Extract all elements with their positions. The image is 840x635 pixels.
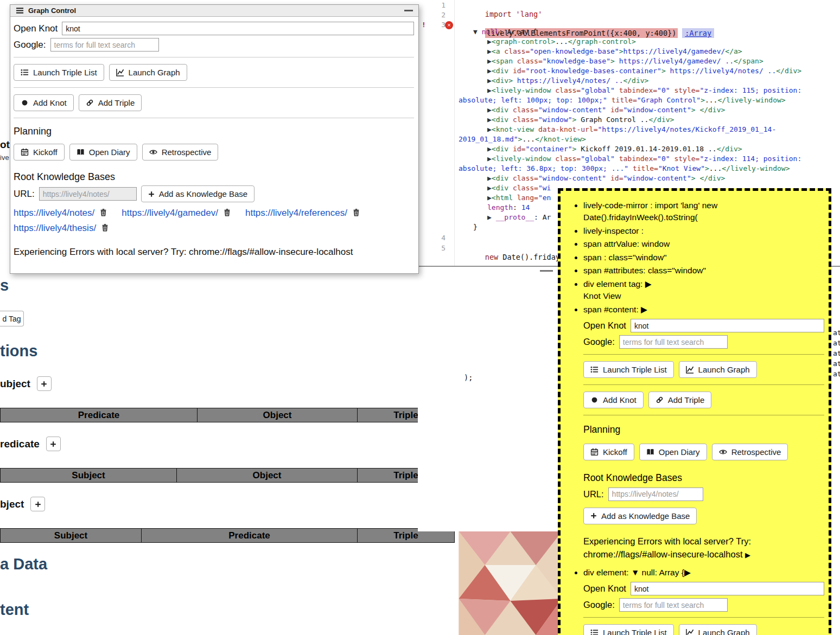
inspector-line[interactable]: ▼ null: Array { (459, 27, 840, 37)
retrospective-button[interactable]: Retrospective (712, 444, 788, 460)
kb-url-input[interactable] (608, 488, 703, 501)
open-diary-button[interactable]: Open Diary (639, 444, 707, 460)
kb-url-input[interactable] (39, 187, 137, 201)
embedded-graph-control: Open Knot Google: Launch Triple List Lau… (583, 582, 824, 635)
minimize-button[interactable] (540, 270, 553, 272)
text-fragment: at (833, 370, 840, 378)
trash-icon (223, 208, 231, 216)
code-line[interactable]: ); (464, 373, 473, 382)
delete-kb-button[interactable] (352, 208, 360, 218)
kb-link[interactable]: https://lively4/notes/ (14, 208, 94, 219)
delete-kb-button[interactable] (99, 208, 107, 218)
knowledge-base-item: https://lively4/thesis/ (14, 223, 109, 234)
triple-table: Predicate Object Triple (0, 408, 455, 422)
inspector-line[interactable]: ▶<div> https://lively4/notes/ ..</div> (459, 76, 840, 86)
inspector-line[interactable]: absolute; left: 100px; top: 100px;" titl… (459, 95, 840, 105)
add-knowledge-base-button[interactable]: Add as Knowledge Base (141, 185, 254, 202)
open-knot-label: Open Knot (583, 319, 626, 332)
launch-graph-button[interactable]: Launch Graph (679, 624, 757, 635)
list-icon (590, 365, 599, 374)
separator (583, 354, 824, 355)
kickoff-button[interactable]: Kickoff (14, 144, 65, 161)
launch-triple-list-button[interactable]: Launch Triple List (583, 624, 674, 635)
launch-triple-list-button[interactable]: Launch Triple List (14, 64, 104, 81)
table-header: Subject (1, 529, 142, 543)
delete-kb-button[interactable] (223, 208, 231, 218)
heading-fragment: tent (0, 601, 29, 619)
inspector-line[interactable]: 2019_01_18.md">...</knot-view> (459, 134, 840, 144)
localhost-error-hint: Experiencing Errors with local server? T… (583, 535, 824, 561)
delete-kb-button[interactable] (101, 223, 109, 233)
desktop-image (459, 531, 562, 635)
inspector-line[interactable]: ▶<graph-control>...</graph-control> (459, 37, 840, 47)
kb-link[interactable]: https://lively4/references/ (245, 208, 347, 219)
rkb-heading: Root Knowledge Bases (583, 471, 824, 485)
launch-graph-button[interactable]: Launch Graph (679, 361, 757, 378)
triangle-mosaic (459, 531, 562, 635)
knot-dot-icon (21, 99, 29, 107)
open-diary-button[interactable]: Open Diary (69, 144, 137, 161)
add-tag-button[interactable]: d Tag (0, 311, 24, 326)
inspector-line[interactable]: ▶<lively-window class="global" tabindex=… (459, 86, 840, 95)
url-label: URL: (583, 488, 604, 501)
google-search-input[interactable] (50, 38, 159, 52)
open-knot-input[interactable] (631, 582, 824, 595)
error-marker: ! (422, 21, 426, 29)
inspector-line[interactable]: ▶<lively-window class="global" tabindex=… (459, 154, 840, 164)
inspector-line[interactable]: ▶<knot-view data-knot-url="https://livel… (459, 125, 840, 134)
graph-control-content: Open Knot Google: Launch Triple List Lau… (10, 17, 418, 258)
subject-section: ubject (0, 376, 52, 391)
inspector-line[interactable]: ▶<div id="root-knowledge-bases-container… (459, 66, 840, 76)
kickoff-button[interactable]: Kickoff (583, 444, 634, 460)
chart-icon (686, 628, 694, 635)
kb-link[interactable]: https://lively4/thesis/ (14, 223, 96, 234)
separator (14, 87, 414, 88)
add-subject-button[interactable] (37, 376, 52, 391)
expand-arrow[interactable]: ▶ (745, 551, 750, 559)
text-fragment: ot (0, 139, 10, 151)
plus-icon (590, 512, 597, 519)
minimize-button[interactable] (404, 10, 413, 11)
calendar-icon (590, 448, 599, 456)
inspector-line[interactable]: ▶<div id="container"> Kickoff 2019.01.14… (459, 144, 840, 154)
inspector-line[interactable]: ▶<div class="window"> Graph Control ..</… (459, 115, 840, 125)
google-label: Google: (583, 599, 615, 612)
screen: ot ive s d Tag tions ubject Predicate Ob… (0, 0, 840, 635)
subheading-fragment: bject (0, 498, 24, 510)
launch-triple-list-button[interactable]: Launch Triple List (583, 361, 674, 378)
table-header: Object (177, 469, 358, 483)
editor-gutter: ! 1 2 3 4 5 (418, 0, 455, 266)
add-triple-button[interactable]: Add Triple (79, 94, 142, 111)
separator (14, 57, 414, 57)
open-knot-input[interactable] (631, 319, 824, 332)
inspector-line[interactable]: ▶<span class="knowledge-base"> https://l… (459, 56, 840, 66)
add-predicate-button[interactable] (46, 437, 61, 451)
inspector-line[interactable]: ▶<div class="window-content" id="window-… (459, 105, 840, 115)
retrospective-button[interactable]: Retrospective (142, 144, 219, 161)
separator (14, 118, 414, 118)
object-section: bject (0, 497, 45, 511)
hamburger-icon[interactable] (16, 7, 24, 15)
line-number: 5 (441, 244, 446, 252)
google-search-input[interactable] (619, 335, 728, 349)
add-knot-button[interactable]: Add Knot (583, 392, 644, 408)
inspector-line[interactable]: absolute; left: 36.8px; top: 300px; ..."… (459, 164, 840, 174)
open-knot-input[interactable] (62, 22, 414, 35)
kb-link[interactable]: https://lively4/gamedev/ (122, 208, 218, 219)
add-object-button[interactable] (30, 497, 45, 511)
error-icon: × (445, 21, 453, 29)
heading-fragment: tions (0, 342, 37, 360)
knot-view-label[interactable]: Knot View (583, 290, 824, 302)
inspector-line[interactable]: ▶<div class="window-content" id="window-… (459, 174, 840, 183)
log-item: span #attributes: class="window" (583, 265, 824, 277)
add-knowledge-base-button[interactable]: Add as Knowledge Base (583, 508, 697, 524)
debug-log-list: lively-code-mirror : import 'lang' new D… (583, 200, 824, 635)
add-triple-button[interactable]: Add Triple (648, 392, 712, 408)
add-knot-button[interactable]: Add Knot (14, 94, 74, 111)
google-search-input[interactable] (619, 598, 728, 612)
launch-graph-button[interactable]: Launch Graph (109, 64, 187, 81)
separator (583, 617, 824, 618)
url-label: URL: (14, 189, 35, 200)
inspector-line[interactable]: ▶<a class="open-knowledge-base">https://… (459, 47, 840, 56)
window-titlebar[interactable]: Graph Control (10, 5, 418, 17)
